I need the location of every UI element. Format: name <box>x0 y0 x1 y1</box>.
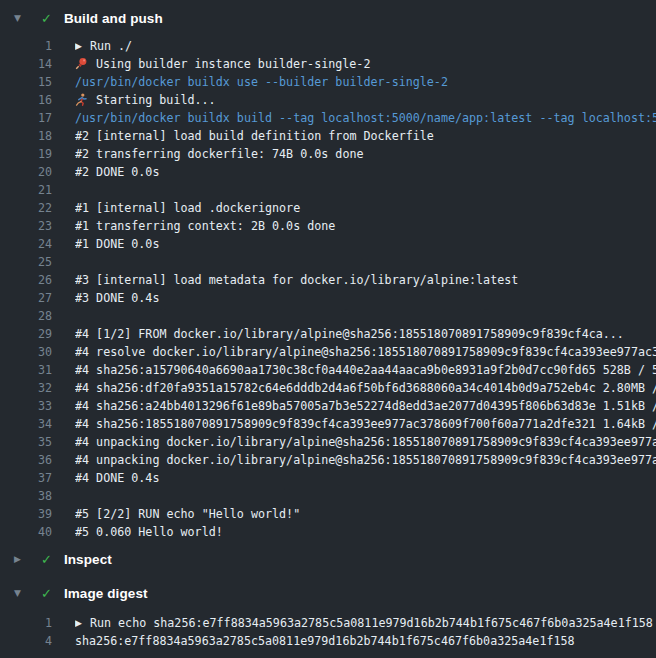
chevron-down-icon[interactable]: ▼ <box>14 14 24 23</box>
line-text: /usr/bin/docker buildx use --builder bui… <box>75 73 656 91</box>
line-text-content: #4 sha256:a24bb4013296f61e89ba57005a7b3e… <box>75 399 656 413</box>
line-text-content: #4 sha256:a15790640a6690aa1730c38cf0a440… <box>75 363 656 377</box>
line-number[interactable]: 30 <box>0 343 52 361</box>
line-text-content: #4 unpacking docker.io/library/alpine@sh… <box>75 453 656 467</box>
line-text-content: #2 DONE 0.0s <box>75 165 159 179</box>
line-text: Using builder instance builder-single-2 <box>75 55 656 73</box>
log-line: 31 #4 sha256:a15790640a6690aa1730c38cf0a… <box>0 361 656 379</box>
line-text-content: Run echo sha256:e7ff8834a5963a2785c5a081… <box>90 616 653 630</box>
line-number[interactable]: 20 <box>0 163 52 181</box>
line-number[interactable]: 24 <box>0 235 52 253</box>
chevron-down-icon[interactable]: ▼ <box>14 589 24 598</box>
line-text: #5 0.060 Hello world! <box>75 523 656 541</box>
line-text-content: #4 sha256:df20fa9351a15782c64e6dddb2d4a6… <box>75 381 656 395</box>
log-line: 15 /usr/bin/docker buildx use --builder … <box>0 73 656 91</box>
log-line: 39 #5 [2/2] RUN echo "Hello world!" <box>0 505 656 523</box>
line-number[interactable]: 31 <box>0 361 52 379</box>
line-number[interactable]: 40 <box>0 523 52 541</box>
log-line: 23 #1 transferring context: 2B 0.0s done <box>0 217 656 235</box>
line-text-content: #1 transferring context: 2B 0.0s done <box>75 219 335 233</box>
line-text-content: Starting build... <box>96 93 216 107</box>
line-text-content: #1 [internal] load .dockerignore <box>75 201 300 215</box>
line-number[interactable]: 1 <box>0 614 52 632</box>
line-number[interactable]: 26 <box>0 271 52 289</box>
section-title: Inspect <box>64 552 112 567</box>
line-number[interactable]: 25 <box>0 253 52 271</box>
line-number[interactable]: 32 <box>0 379 52 397</box>
line-text-content: #4 DONE 0.4s <box>75 471 159 485</box>
log-line: 27 #3 DONE 0.4s <box>0 289 656 307</box>
line-number[interactable]: 33 <box>0 397 52 415</box>
log-line: 26 #3 [internal] load metadata for docke… <box>0 271 656 289</box>
log-line: 19 #2 transferring dockerfile: 74B 0.0s … <box>0 145 656 163</box>
line-number[interactable]: 16 <box>0 91 52 109</box>
line-text: #4 sha256:185518070891758909c9f839cf4ca3… <box>75 415 656 433</box>
log-section-digest: ▼ ✓ Image digest 1 ▶Run echo sha256:e7ff… <box>0 579 656 650</box>
line-text-content: #4 [1/2] FROM docker.io/library/alpine@s… <box>75 327 624 341</box>
expand-arrow-icon[interactable]: ▶ <box>75 614 82 632</box>
section-header[interactable]: ▶ ✓ Inspect <box>0 545 656 573</box>
log-line: 21 <box>0 181 656 199</box>
line-number[interactable]: 34 <box>0 415 52 433</box>
line-number[interactable]: 22 <box>0 199 52 217</box>
line-text: #1 [internal] load .dockerignore <box>75 199 656 217</box>
line-text-content: sha256:e7ff8834a5963a2785c5a0811e979d16b… <box>75 634 575 648</box>
log-line: 32 #4 sha256:df20fa9351a15782c64e6dddb2d… <box>0 379 656 397</box>
line-text-content: #3 DONE 0.4s <box>75 291 159 305</box>
log-line: 36 #4 unpacking docker.io/library/alpine… <box>0 451 656 469</box>
section-header[interactable]: ▼ ✓ Image digest <box>0 579 656 607</box>
line-text: #2 DONE 0.0s <box>75 163 656 181</box>
line-text-content: #2 [internal] load build definition from… <box>75 129 434 143</box>
success-check-icon: ✓ <box>41 553 52 566</box>
expand-arrow-icon[interactable]: ▶ <box>75 37 82 55</box>
line-text-content: #5 [2/2] RUN echo "Hello world!" <box>75 507 300 521</box>
log-line: 22 #1 [internal] load .dockerignore <box>0 199 656 217</box>
line-text-content: #4 unpacking docker.io/library/alpine@sh… <box>75 435 656 449</box>
line-number[interactable]: 37 <box>0 469 52 487</box>
line-number[interactable]: 36 <box>0 451 52 469</box>
line-text: #4 DONE 0.4s <box>75 469 656 487</box>
section-lines: 1 ▶Run ./ 14 Using builder instance buil… <box>0 37 656 541</box>
line-text: sha256:e7ff8834a5963a2785c5a0811e979d16b… <box>75 632 656 650</box>
line-text: #4 resolve docker.io/library/alpine@sha2… <box>75 343 656 361</box>
log-line: 18 #2 [internal] load build definition f… <box>0 127 656 145</box>
line-text: #5 [2/2] RUN echo "Hello world!" <box>75 505 656 523</box>
log-section-build: ▼ ✓ Build and push 1 ▶Run ./ 14 Using bu… <box>0 4 656 541</box>
pushpin-icon <box>75 57 89 70</box>
line-text: #4 sha256:df20fa9351a15782c64e6dddb2d4a6… <box>75 379 656 397</box>
line-number[interactable]: 4 <box>0 632 52 650</box>
line-number[interactable]: 38 <box>0 487 52 505</box>
line-text-content: #5 0.060 Hello world! <box>75 525 223 539</box>
section-title: Image digest <box>64 586 148 601</box>
line-number[interactable]: 18 <box>0 127 52 145</box>
line-number[interactable]: 14 <box>0 55 52 73</box>
success-check-icon: ✓ <box>41 12 52 25</box>
log-line: 38 <box>0 487 656 505</box>
log-line: 1 ▶Run echo sha256:e7ff8834a5963a2785c5a… <box>0 614 656 632</box>
chevron-right-icon[interactable]: ▶ <box>14 555 24 564</box>
log-line: 29 #4 [1/2] FROM docker.io/library/alpin… <box>0 325 656 343</box>
line-number[interactable]: 29 <box>0 325 52 343</box>
line-text: #4 sha256:a24bb4013296f61e89ba57005a7b3e… <box>75 397 656 415</box>
line-number[interactable]: 15 <box>0 73 52 91</box>
line-number[interactable]: 28 <box>0 307 52 325</box>
log-line: 37 #4 DONE 0.4s <box>0 469 656 487</box>
log-line: 28 <box>0 307 656 325</box>
line-text-content: #1 DONE 0.0s <box>75 237 159 251</box>
log-line: 25 <box>0 253 656 271</box>
line-number[interactable]: 19 <box>0 145 52 163</box>
line-number[interactable]: 1 <box>0 37 52 55</box>
log-line: 14 Using builder instance builder-single… <box>0 55 656 73</box>
line-number[interactable]: 35 <box>0 433 52 451</box>
section-header[interactable]: ▼ ✓ Build and push <box>0 4 656 32</box>
line-text: ▶Run ./ <box>75 37 656 56</box>
line-number[interactable]: 21 <box>0 181 52 199</box>
line-number[interactable]: 27 <box>0 289 52 307</box>
line-text-content: #2 transferring dockerfile: 74B 0.0s don… <box>75 147 364 161</box>
log-line: 40 #5 0.060 Hello world! <box>0 523 656 541</box>
line-number[interactable]: 23 <box>0 217 52 235</box>
log-line: 35 #4 unpacking docker.io/library/alpine… <box>0 433 656 451</box>
line-number[interactable]: 17 <box>0 109 52 127</box>
line-number[interactable]: 39 <box>0 505 52 523</box>
success-check-icon: ✓ <box>41 587 52 600</box>
